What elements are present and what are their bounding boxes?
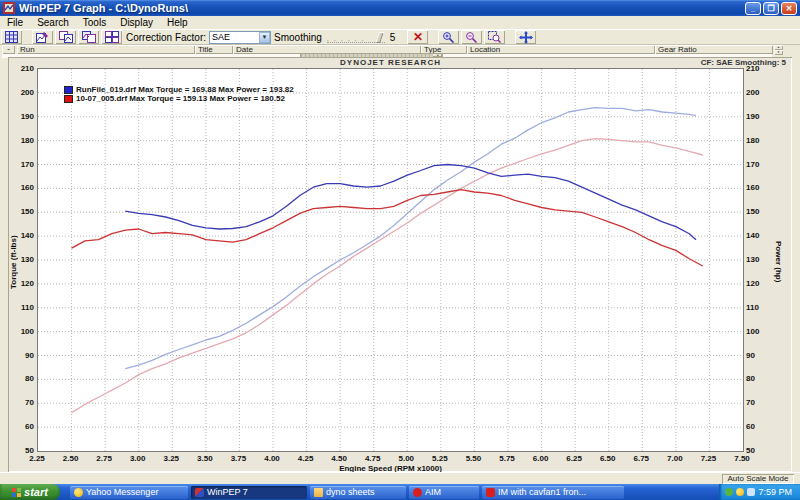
- run-list: - Run Title Date Type Location Gear Rati…: [0, 45, 800, 57]
- correction-factor-label: Correction Factor:: [126, 32, 206, 43]
- y-tick-label-left: 210: [16, 64, 34, 73]
- y-tick-label-left: 80: [16, 374, 34, 383]
- y-tick-label-left: 110: [16, 303, 34, 312]
- pan-button[interactable]: [515, 30, 536, 44]
- y-tick-label-right: 120: [746, 279, 766, 288]
- stacked-graph-icon: [82, 31, 96, 43]
- tray-icons: [725, 488, 755, 496]
- window-title: WinPEP 7 Graph - C:\DynoRuns\: [19, 2, 188, 14]
- y-tick-label-left: 160: [16, 183, 34, 192]
- messenger-tray-icon[interactable]: [736, 488, 744, 496]
- compare-graph-button[interactable]: [78, 30, 99, 44]
- cf-smoothing-note: CF: SAE Smoothing: 5: [701, 58, 786, 67]
- windows-flag-icon: [12, 488, 21, 497]
- messenger-icon: [74, 488, 83, 497]
- legend-item-run1: RunFile_019.drf Max Torque = 169.88 Max …: [64, 85, 294, 94]
- menu-bar: File Search Tools Display Help: [0, 16, 800, 29]
- chart-legend: RunFile_019.drf Max Torque = 169.88 Max …: [64, 85, 294, 103]
- y-tick-label-left: 100: [16, 327, 34, 336]
- series-10-07-005-power-hp-: [72, 139, 703, 413]
- minimize-button[interactable]: _: [745, 2, 761, 15]
- taskbar-task-im-with-cavfan1-fron-[interactable]: IM with cavfan1 fron...: [482, 486, 624, 499]
- taskbar-task-aim[interactable]: AIM: [409, 486, 479, 499]
- slider-handle[interactable]: [375, 32, 384, 43]
- x-tick-label: 5.50: [461, 454, 485, 463]
- legend-item-run2: 10-07_005.drf Max Torque = 159.13 Max Po…: [64, 94, 294, 103]
- overlay-graph-button[interactable]: [55, 30, 76, 44]
- run-grid-button[interactable]: [1, 30, 22, 44]
- menu-help[interactable]: Help: [160, 16, 195, 29]
- legend-swatch-blue: [64, 86, 73, 94]
- app-icon: [3, 2, 15, 14]
- maximize-button[interactable]: ❐: [763, 2, 779, 15]
- task-label: IM with cavfan1 fron...: [498, 487, 586, 497]
- y-tick-label-right: 200: [746, 88, 766, 97]
- collapse-button[interactable]: -: [2, 45, 15, 54]
- column-header-run[interactable]: Run: [17, 45, 195, 54]
- status-bar: Auto Scale Mode: [0, 472, 800, 484]
- task-label: dyno sheets: [326, 487, 375, 497]
- x-tick-label: 5.25: [428, 454, 452, 463]
- menu-file[interactable]: File: [0, 16, 30, 29]
- y-tick-label-right: 210: [746, 64, 766, 73]
- zoom-window-button[interactable]: [484, 30, 505, 44]
- y-tick-label-right: 170: [746, 160, 766, 169]
- x-tick-label: 3.75: [226, 454, 250, 463]
- folder-icon: [314, 488, 323, 497]
- menu-display[interactable]: Display: [113, 16, 160, 29]
- y-tick-label-left: 140: [16, 231, 34, 240]
- smoothing-label: Smoothing: [274, 32, 322, 43]
- legend-swatch-red: [64, 95, 73, 103]
- start-button[interactable]: start: [0, 484, 60, 500]
- y-tick-label-right: 140: [746, 231, 766, 240]
- y-tick-label-left: 130: [16, 255, 34, 264]
- menu-tools[interactable]: Tools: [76, 16, 113, 29]
- column-header-location[interactable]: Location: [467, 45, 655, 54]
- zoom-in-button[interactable]: [438, 30, 459, 44]
- x-tick-label: 3.00: [126, 454, 150, 463]
- y-tick-label-right: 100: [746, 327, 766, 336]
- taskbar-task-winpep-7[interactable]: WinPEP 7: [191, 486, 307, 499]
- plot-canvas: [38, 69, 743, 451]
- volume-icon[interactable]: [747, 488, 755, 496]
- auto-scale-mode-indicator: Auto Scale Mode: [722, 474, 794, 484]
- x-tick-label: 6.00: [529, 454, 553, 463]
- delete-run-button[interactable]: ✕: [407, 30, 428, 44]
- scroll-down-icon[interactable]: ▼: [774, 50, 783, 55]
- x-tick-label: 6.25: [562, 454, 586, 463]
- y-tick-label-right: 60: [746, 422, 766, 431]
- shield-icon[interactable]: [725, 488, 733, 496]
- taskbar-task-yahoo-messenger[interactable]: Yahoo Messenger: [70, 486, 188, 499]
- x-tick-label: 4.50: [327, 454, 351, 463]
- task-label: Yahoo Messenger: [86, 487, 158, 497]
- pencil-graph-icon: [36, 31, 49, 43]
- edit-graph-button[interactable]: [32, 30, 53, 44]
- tile-graph-button[interactable]: [101, 30, 122, 44]
- smoothing-slider[interactable]: ......: [327, 32, 385, 43]
- chevron-down-icon[interactable]: ▼: [259, 32, 270, 43]
- zoom-out-button[interactable]: [461, 30, 482, 44]
- x-tick-label: 7.00: [663, 454, 687, 463]
- start-label: start: [24, 486, 48, 498]
- close-button[interactable]: ✕: [781, 2, 797, 15]
- menu-search[interactable]: Search: [30, 16, 76, 29]
- x-tick-label: 6.75: [629, 454, 653, 463]
- correction-factor-select[interactable]: SAE ▼: [209, 31, 271, 44]
- task-label: WinPEP 7: [207, 487, 248, 497]
- zoom-out-icon: [465, 31, 478, 43]
- legend-label-run2: 10-07_005.drf Max Torque = 159.13 Max Po…: [76, 94, 285, 103]
- plot-area[interactable]: RunFile_019.drf Max Torque = 169.88 Max …: [37, 68, 744, 452]
- y-tick-label-right: 130: [746, 255, 766, 264]
- winpep-icon: [195, 488, 204, 497]
- zoom-box-icon: [488, 31, 501, 43]
- clock: 7:59 PM: [758, 487, 792, 497]
- taskbar-task-dyno-sheets[interactable]: dyno sheets: [310, 486, 406, 499]
- column-header-title[interactable]: Title: [195, 45, 233, 54]
- smoothing-value: 5: [390, 32, 396, 43]
- vertical-scrollbar[interactable]: ▲ ▼: [774, 45, 783, 57]
- x-tick-label: 4.75: [361, 454, 385, 463]
- x-tick-label: 4.00: [260, 454, 284, 463]
- x-tick-label: 4.25: [294, 454, 318, 463]
- column-header-gear-ratio[interactable]: Gear Ratio: [655, 45, 773, 54]
- y-tick-label-right: 160: [746, 183, 766, 192]
